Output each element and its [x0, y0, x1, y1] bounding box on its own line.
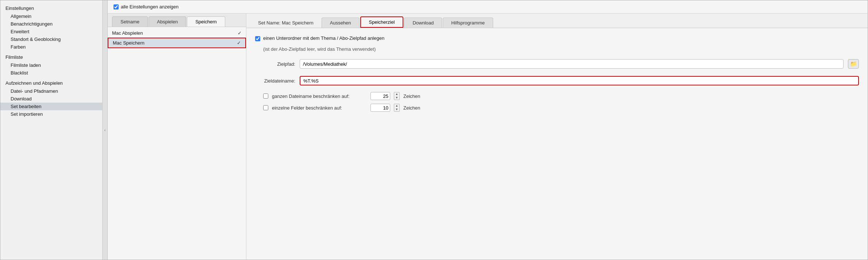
- alle-einstellungen-checkbox[interactable]: [114, 4, 119, 9]
- sidebar-item-filmliste-laden[interactable]: Filmliste laden: [0, 61, 102, 69]
- tab-speichern[interactable]: Speichern: [187, 16, 225, 27]
- sidebar-item-blacklist[interactable]: Blacklist: [0, 69, 102, 77]
- sidebar-item-farben[interactable]: Farben: [0, 43, 102, 51]
- zieldateiname-input[interactable]: [300, 76, 859, 85]
- sidebar-item-benachrichtigungen[interactable]: Benachrichtigungen: [0, 20, 102, 28]
- chevron-left-icon: ‹: [104, 128, 105, 132]
- tab-download[interactable]: Download: [404, 18, 442, 28]
- sidebar-section-aufzeichnen: Aufzeichnen und Abspielen: [0, 79, 102, 87]
- stepper2-unit: Zeichen: [403, 105, 420, 111]
- set-row-mac-abspielen[interactable]: Mac Abspielen ✓: [108, 28, 246, 38]
- checkbox-unterordner[interactable]: [255, 36, 260, 41]
- stepper2-checkbox[interactable]: [263, 105, 268, 110]
- sidebar-item-set-bearbeiten[interactable]: Set bearbeiten: [0, 103, 102, 110]
- stepper2-down-arrow[interactable]: ▼: [394, 108, 399, 111]
- set-row-name: Mac Abspielen: [112, 30, 235, 36]
- zielpfad-label: Zielpfad:: [255, 61, 295, 67]
- main-content: alle Einstellungen anzeigen Setname Absp…: [108, 0, 868, 260]
- stepper1-label: ganzen Dateiname beschränken auf:: [272, 93, 367, 99]
- stepper1-unit: Zeichen: [403, 93, 420, 99]
- alle-einstellungen-checkbox-label[interactable]: alle Einstellungen anzeigen: [114, 4, 178, 9]
- folder-icon: 📁: [850, 61, 857, 67]
- tab-setname[interactable]: Setname: [112, 16, 148, 27]
- sidebar-item-standort[interactable]: Standort & Geoblocking: [0, 35, 102, 43]
- zielpfad-row: Zielpfad: 📁: [255, 59, 859, 69]
- set-row-mac-speichern[interactable]: Mac Speichern ✓: [108, 38, 246, 48]
- stepper1-up-arrow[interactable]: ▲: [394, 92, 399, 96]
- checkbox-unterordner-label: einen Unterordner mit dem Thema / Abo-Zi…: [263, 35, 384, 41]
- stepper-einzelne-felder-row: einzelne Felder beschränken auf: ▲ ▼ Zei…: [263, 104, 859, 112]
- zieldateiname-label: Zieldateiname:: [255, 78, 295, 84]
- sidebar-item-datei-pfadnamen[interactable]: Datei- und Pfadnamen: [0, 87, 102, 95]
- checkbox-unterordner-row: einen Unterordner mit dem Thema / Abo-Zi…: [255, 35, 859, 41]
- sidebar-collapse-handle[interactable]: ‹: [103, 0, 108, 260]
- sidebar-section-filmliste: Filmliste: [0, 53, 102, 61]
- sidebar-item-erweitert[interactable]: Erweitert: [0, 28, 102, 35]
- folder-browse-button[interactable]: 📁: [848, 59, 859, 69]
- sidebar-section-einstellungen: Einstellungen: [0, 4, 102, 12]
- stepper2-up-arrow[interactable]: ▲: [394, 104, 399, 108]
- tab-aussehen[interactable]: Aussehen: [322, 18, 360, 28]
- checkbox-unterordner-sub: (ist der Abo-Zielpfad leer, wird das The…: [255, 46, 859, 52]
- sidebar: Einstellungen Allgemein Benachrichtigung…: [0, 0, 103, 260]
- tab-abspielen[interactable]: Abspielen: [149, 16, 186, 27]
- stepper-ganzer-dateiname-row: ganzen Dateiname beschränken auf: ▲ ▼ Ze…: [263, 92, 859, 100]
- set-row-name: Mac Speichern: [113, 40, 234, 46]
- set-row-check: ✓: [238, 30, 242, 36]
- zieldateiname-row: Zieldateiname:: [255, 76, 859, 85]
- sidebar-item-download[interactable]: Download: [0, 95, 102, 103]
- stepper1-input[interactable]: [370, 92, 390, 100]
- alle-einstellungen-label: alle Einstellungen anzeigen: [121, 4, 178, 9]
- content-area: Setname Abspielen Speichern Mac Abspiele…: [108, 14, 868, 260]
- tab-hilfsprogramme[interactable]: Hilfsprogramme: [443, 18, 493, 28]
- stepper1-down-arrow[interactable]: ▼: [394, 96, 399, 100]
- sidebar-item-allgemein[interactable]: Allgemein: [0, 12, 102, 20]
- stepper1-arrows: ▲ ▼: [394, 92, 400, 100]
- stepper-section: ganzen Dateiname beschränken auf: ▲ ▼ Ze…: [263, 92, 859, 112]
- set-list-panel: Setname Abspielen Speichern Mac Abspiele…: [108, 14, 246, 260]
- right-panel-content: einen Unterordner mit dem Thema / Abo-Zi…: [246, 28, 868, 260]
- set-row-check: ✓: [237, 40, 241, 46]
- top-bar: alle Einstellungen anzeigen: [108, 0, 868, 14]
- right-panel: Set Name: Mac Speichern Aussehen Speiche…: [246, 14, 868, 260]
- set-name-label: Set Name: Mac Speichern: [252, 18, 319, 28]
- zielpfad-input[interactable]: [300, 59, 844, 69]
- stepper1-checkbox[interactable]: [263, 93, 268, 99]
- set-list: Mac Abspielen ✓ Mac Speichern ✓: [108, 27, 246, 260]
- stepper2-arrows: ▲ ▼: [394, 104, 400, 112]
- right-tabs: Set Name: Mac Speichern Aussehen Speiche…: [246, 14, 868, 28]
- sidebar-item-set-importieren[interactable]: Set importieren: [0, 110, 102, 118]
- stepper2-input[interactable]: [370, 104, 390, 112]
- stepper2-label: einzelne Felder beschränken auf:: [272, 105, 367, 111]
- tab-speicherziel[interactable]: Speicherziel: [360, 16, 404, 28]
- set-list-tabs: Setname Abspielen Speichern: [108, 14, 246, 27]
